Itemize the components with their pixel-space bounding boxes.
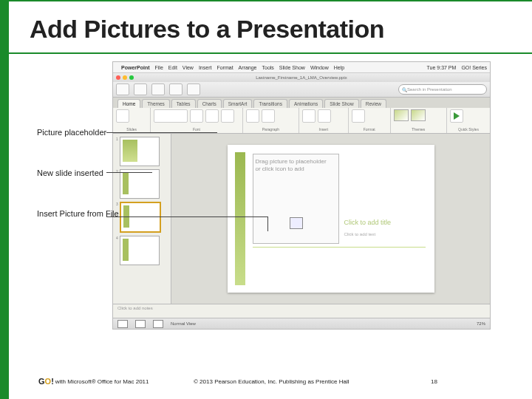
app-menu[interactable]: PowerPoint — [121, 65, 150, 70]
font-size[interactable] — [190, 109, 203, 123]
slide-thumbnail-selected[interactable] — [120, 202, 161, 233]
zoom-icon[interactable] — [129, 75, 134, 80]
slide-thumbnail[interactable] — [120, 169, 160, 199]
tab-review[interactable]: Review — [361, 99, 386, 108]
notes-pane[interactable]: Click to add notes — [113, 304, 490, 318]
powerpoint-window: PowerPoint File Edit View Insert Format … — [112, 61, 491, 330]
group-themes: Themes — [394, 127, 443, 132]
insert-picture-from-file-icon[interactable] — [290, 217, 303, 229]
menu-tools[interactable]: Tools — [262, 65, 274, 70]
slideshow-view-button[interactable] — [153, 320, 163, 328]
text-placeholder[interactable]: Click to add text — [344, 232, 426, 236]
group-font: Font — [154, 127, 239, 132]
tab-smartart[interactable]: SmartArt — [223, 99, 253, 108]
tab-transitions[interactable]: Transitions — [253, 99, 287, 108]
toolbar-button[interactable] — [187, 83, 200, 95]
slide-thumbnail[interactable] — [120, 236, 160, 265]
bold-button[interactable] — [205, 109, 219, 123]
quick-toolbar: 🔍 Search in Presentation — [113, 82, 490, 98]
play-button[interactable] — [450, 109, 463, 123]
theme-thumbnail[interactable] — [394, 109, 409, 121]
leader-line — [267, 216, 268, 231]
tab-animations[interactable]: Animations — [289, 99, 323, 108]
menu-view[interactable]: View — [183, 65, 194, 70]
leader-line — [106, 172, 152, 173]
placeholder-hint: Drag picture to placeholder or click ico… — [256, 158, 333, 174]
toolbar-button[interactable] — [151, 83, 165, 95]
menubar-user: GO! Series — [461, 65, 487, 70]
group-quickstyles: Quick Styles — [450, 127, 487, 132]
menu-slideshow[interactable]: Slide Show — [279, 65, 305, 70]
menu-window[interactable]: Window — [310, 65, 329, 70]
toolbar-button[interactable] — [116, 83, 129, 95]
group-insert: Insert — [302, 127, 345, 132]
slide-footer: GO! with Microsoft® Office for Mac 2011 … — [38, 377, 519, 386]
tab-home[interactable]: Home — [117, 99, 140, 108]
slide-title: Add Pictures to a Presentation — [30, 15, 532, 44]
close-icon[interactable] — [116, 75, 120, 80]
menu-format[interactable]: Format — [216, 65, 233, 70]
page-number: 18 — [431, 378, 437, 385]
ribbon: Slides Font Paragraph Insert Format Them… — [113, 108, 490, 134]
slide-canvas[interactable]: Drag picture to placeholder or click ico… — [228, 145, 434, 293]
document-title: Lastname_Firstname_1A_LMA_Overview.pptx — [256, 75, 347, 80]
sorter-view-button[interactable] — [135, 320, 146, 328]
new-slide-button[interactable] — [116, 109, 129, 123]
slide-panel: 1 2 3 4 — [113, 134, 171, 304]
ribbon-tabs: Home Themes Tables Charts SmartArt Trans… — [113, 98, 490, 108]
menu-help[interactable]: Help — [334, 65, 344, 70]
search-icon: 🔍 — [402, 87, 407, 92]
figure: Picture placeholder New slide inserted I… — [38, 61, 504, 330]
search-input[interactable]: 🔍 Search in Presentation — [398, 84, 487, 95]
bullets-button[interactable] — [262, 109, 275, 123]
view-label: Normal View — [171, 321, 196, 326]
tab-themes[interactable]: Themes — [142, 99, 169, 108]
mac-menubar: PowerPoint File Edit View Insert Format … — [113, 62, 490, 73]
minimize-icon[interactable] — [123, 75, 127, 80]
tab-charts[interactable]: Charts — [197, 99, 222, 108]
font-picker[interactable] — [154, 109, 188, 123]
toolbar-button[interactable] — [169, 83, 183, 95]
menu-insert[interactable]: Insert — [199, 65, 212, 70]
toolbar-button[interactable] — [134, 83, 147, 95]
theme-thumbnail[interactable] — [411, 109, 426, 121]
go-logo: GO! — [38, 377, 54, 386]
editor-area: 1 2 3 4 Drag picture to placeholder or c… — [113, 134, 490, 304]
slide-accent-bar — [235, 152, 245, 285]
zoom-label: 72% — [477, 321, 485, 326]
window-titlebar: Lastname_Firstname_1A_LMA_Overview.pptx — [113, 73, 490, 82]
status-bar: Normal View 72% — [113, 318, 490, 329]
align-button[interactable] — [246, 109, 259, 123]
normal-view-button[interactable] — [117, 320, 128, 328]
menu-arrange[interactable]: Arrange — [239, 65, 257, 70]
insert-button[interactable] — [302, 109, 316, 123]
leader-line — [106, 216, 267, 217]
tab-slideshow[interactable]: Slide Show — [324, 99, 359, 108]
menu-edit[interactable]: Edit — [168, 65, 177, 70]
title-placeholder[interactable]: Click to add title — [344, 219, 426, 226]
group-format: Format — [352, 127, 387, 132]
shapes-button[interactable] — [318, 109, 331, 123]
slide-thumbnail[interactable] — [120, 137, 160, 166]
footer-product: with Microsoft® Office for Mac 2011 — [55, 378, 149, 385]
menubar-clock: Tue 9:37 PM — [427, 65, 457, 70]
search-placeholder: Search in Presentation — [407, 87, 452, 92]
group-paragraph: Paragraph — [246, 127, 296, 132]
leader-line — [106, 132, 217, 133]
footer-copyright: © 2013 Pearson Education, Inc. Publishin… — [194, 378, 349, 385]
menu-file[interactable]: File — [155, 65, 163, 70]
tab-tables[interactable]: Tables — [171, 99, 196, 108]
italic-button[interactable] — [221, 109, 234, 123]
format-button[interactable] — [352, 109, 365, 123]
